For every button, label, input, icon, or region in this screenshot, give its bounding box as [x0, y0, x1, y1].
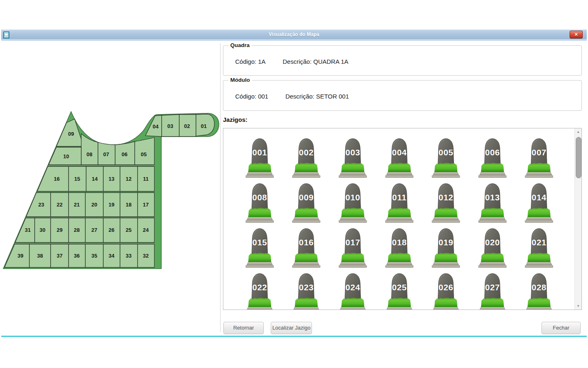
modulo-legend: Módulo — [228, 77, 252, 83]
tombstone-icon: 023 — [288, 272, 325, 310]
svg-text:010: 010 — [345, 193, 361, 202]
tombstone-icon: 026 — [428, 272, 464, 310]
close-button[interactable]: ✕ — [570, 31, 583, 38]
map-plot-label: 20 — [91, 202, 97, 208]
jazigo-019[interactable]: 019 — [423, 227, 469, 272]
localizar-jazigo-button[interactable]: Localizar Jazigo — [271, 322, 312, 334]
scroll-down-icon[interactable]: ▼ — [575, 303, 581, 309]
jazigo-015[interactable]: 015 — [236, 227, 283, 272]
svg-text:015: 015 — [252, 238, 267, 247]
svg-text:023: 023 — [299, 283, 314, 292]
jazigo-022[interactable]: 022 — [236, 272, 283, 310]
jazigo-008[interactable]: 008 — [236, 182, 283, 227]
jazigo-024[interactable]: 024 — [330, 272, 376, 310]
map-plot-label: 39 — [18, 253, 23, 259]
jazigo-027[interactable]: 027 — [469, 272, 516, 310]
svg-text:021: 021 — [532, 238, 547, 247]
map-plot-label: 29 — [57, 227, 62, 233]
jazigos-grid: 0010020030040050060070080090100110120130… — [223, 128, 581, 310]
svg-text:012: 012 — [439, 193, 454, 202]
tombstone-icon: 007 — [521, 137, 557, 178]
modulo-fieldset: Módulo Código: 001 Descrição: SETOR 001 — [223, 80, 582, 111]
map-plot-39[interactable] — [4, 244, 29, 267]
panel-divider — [220, 43, 220, 332]
tombstone-icon: 010 — [334, 182, 371, 223]
scrollbar-thumb[interactable] — [576, 137, 581, 178]
jazigo-005[interactable]: 005 — [423, 137, 469, 182]
svg-text:024: 024 — [345, 283, 361, 292]
jazigo-026[interactable]: 026 — [423, 272, 469, 310]
jazigo-003[interactable]: 003 — [330, 137, 376, 182]
map-plot-label: 38 — [37, 253, 43, 259]
jazigos-scrollbar[interactable]: ▲ ▼ — [575, 128, 581, 310]
map-plot-label: 14 — [92, 176, 98, 182]
jazigo-028[interactable]: 028 — [516, 272, 562, 310]
map-plot-label: 17 — [143, 202, 149, 208]
svg-text:017: 017 — [345, 238, 361, 247]
svg-text:016: 016 — [299, 238, 314, 247]
map-plot-label: 30 — [40, 227, 45, 233]
tombstone-icon: 017 — [334, 227, 371, 268]
svg-text:003: 003 — [345, 148, 361, 157]
jazigo-016[interactable]: 016 — [283, 227, 330, 272]
jazigo-020[interactable]: 020 — [469, 227, 516, 272]
tombstone-icon: 018 — [381, 227, 418, 268]
tombstone-icon: 027 — [474, 272, 511, 310]
jazigo-004[interactable]: 004 — [376, 137, 423, 182]
map-plot-label: 01 — [201, 123, 207, 129]
map-plot-label: 19 — [109, 202, 114, 208]
map-plot-label: 11 — [143, 176, 149, 182]
map-plot-label: 18 — [126, 202, 131, 208]
map-plot-label: 05 — [141, 151, 147, 157]
tombstone-icon: 005 — [428, 137, 464, 178]
svg-text:002: 002 — [299, 148, 314, 157]
map-plot-label: 24 — [143, 227, 149, 233]
svg-text:019: 019 — [439, 238, 454, 247]
map-plot-label: 12 — [126, 176, 131, 182]
retornar-button[interactable]: Retornar — [223, 322, 264, 334]
jazigo-006[interactable]: 006 — [469, 137, 516, 182]
svg-text:011: 011 — [392, 193, 406, 202]
map-plot-label: 35 — [91, 253, 97, 259]
svg-text:018: 018 — [392, 238, 407, 247]
tombstone-icon: 028 — [521, 272, 557, 310]
jazigo-014[interactable]: 014 — [516, 182, 562, 227]
map-plot-label: 31 — [25, 227, 31, 233]
jazigo-002[interactable]: 002 — [283, 137, 330, 182]
jazigo-021[interactable]: 021 — [516, 227, 562, 272]
jazigo-017[interactable]: 017 — [330, 227, 376, 272]
jazigo-001[interactable]: 001 — [236, 137, 283, 182]
jazigo-018[interactable]: 018 — [376, 227, 423, 272]
map-plot-label: 36 — [74, 253, 80, 259]
jazigo-012[interactable]: 012 — [423, 182, 469, 227]
jazigo-025[interactable]: 025 — [376, 272, 423, 310]
quadra-descricao: Descrição: QUADRA 1A — [283, 58, 348, 65]
scroll-up-icon[interactable]: ▲ — [575, 129, 581, 135]
map-plot-label: 02 — [184, 123, 190, 129]
map-plot-label: 06 — [122, 151, 127, 157]
svg-text:022: 022 — [252, 283, 267, 292]
jazigo-023[interactable]: 023 — [283, 272, 330, 310]
svg-text:009: 009 — [299, 193, 314, 202]
window-titlebar: Visualização do Mapa ✕ — [1, 29, 587, 40]
map-plot-label: 04 — [153, 123, 159, 130]
map-plot-label: 22 — [57, 202, 62, 208]
titlebar-lower-strip — [1, 39, 587, 41]
fechar-button[interactable]: Fechar — [541, 322, 581, 334]
jazigo-010[interactable]: 010 — [330, 182, 376, 227]
map-plot-label: 26 — [109, 227, 114, 233]
svg-text:005: 005 — [439, 148, 454, 157]
modulo-descricao: Descrição: SETOR 001 — [285, 93, 349, 100]
jazigo-007[interactable]: 007 — [516, 137, 562, 182]
tombstone-icon: 013 — [474, 182, 511, 223]
jazigo-011[interactable]: 011 — [376, 182, 423, 227]
jazigo-013[interactable]: 013 — [469, 182, 516, 227]
map-plot-label: 07 — [103, 151, 109, 157]
jazigo-009[interactable]: 009 — [283, 182, 330, 227]
tombstone-icon: 012 — [428, 182, 464, 223]
map-plot-label: 25 — [126, 227, 131, 233]
tombstone-icon: 020 — [474, 227, 511, 268]
map-plot-label: 03 — [167, 123, 173, 129]
svg-text:020: 020 — [485, 238, 500, 247]
tombstone-icon: 019 — [428, 227, 464, 268]
